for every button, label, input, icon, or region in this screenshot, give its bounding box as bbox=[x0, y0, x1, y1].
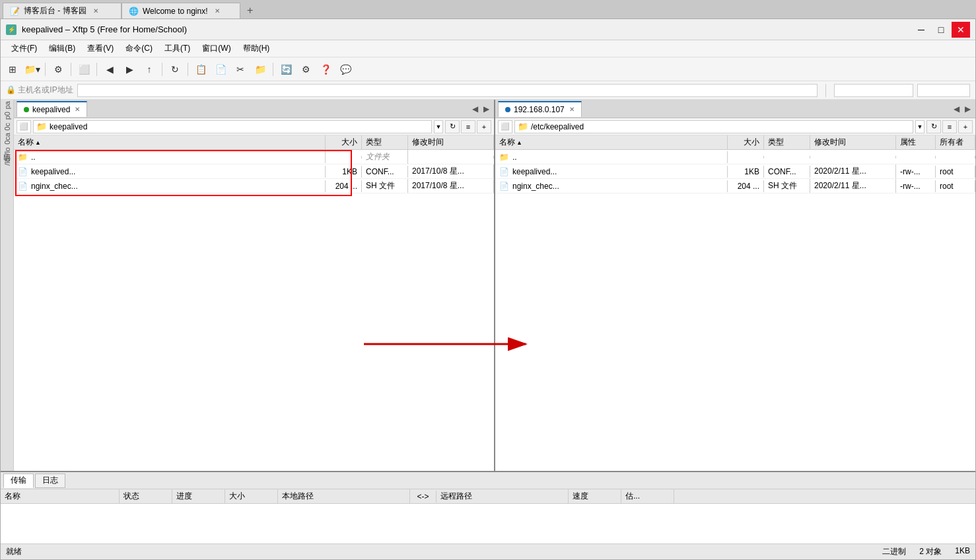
toolbar-help[interactable]: ❓ bbox=[316, 60, 335, 79]
toolbar-newfolder[interactable]: 📁 bbox=[251, 60, 269, 79]
left-col-size-header[interactable]: 大小 bbox=[326, 135, 362, 149]
toolbar-back[interactable]: ◀ bbox=[100, 60, 119, 79]
left-panel-nav-left[interactable]: ◀ bbox=[470, 104, 480, 114]
app-icon: ⚡ bbox=[6, 24, 17, 35]
toolbar-config[interactable]: ⚙ bbox=[296, 60, 315, 79]
address-input[interactable] bbox=[77, 84, 818, 97]
new-tab-button[interactable]: + bbox=[240, 3, 260, 18]
browser-tab-nginx[interactable]: 🌐 Welcome to nginx! ✕ bbox=[122, 3, 240, 18]
right-panel-tab[interactable]: 192.168.0.107 ✕ bbox=[498, 101, 582, 117]
left-path-input-field[interactable] bbox=[50, 122, 429, 131]
left-file-row-nginx[interactable]: 📄 nginx_chec... 204 ... SH 文件 2017/10/8 … bbox=[14, 179, 494, 193]
toolbar-settings[interactable]: ⚙ bbox=[49, 60, 67, 79]
left-panel: keepalived ✕ ◀ ▶ ⬜ 📁 ▼ bbox=[14, 100, 495, 471]
transfer-tab-transfer[interactable]: 传输 bbox=[3, 473, 34, 488]
password-field[interactable] bbox=[917, 84, 970, 97]
minimize-button[interactable]: ─ bbox=[912, 22, 930, 38]
right-col-modified-header[interactable]: 修改时间 bbox=[810, 135, 896, 149]
transfer-tabs: 传输 日志 bbox=[1, 472, 975, 489]
right-col-owner-header[interactable]: 所有者 bbox=[936, 135, 975, 149]
right-path-newfile[interactable]: + bbox=[958, 120, 973, 133]
left-path-dropdown[interactable]: ▼ bbox=[434, 120, 443, 133]
toolbar-new-session[interactable]: ⊞ bbox=[3, 60, 22, 79]
right-file-row-nginx[interactable]: 📄 nginx_chec... 204 ... SH 文件 2020/2/11 … bbox=[495, 179, 975, 193]
right-col-attr-header[interactable]: 属性 bbox=[896, 135, 936, 149]
menu-help[interactable]: 帮助(H) bbox=[238, 42, 275, 55]
sidebar-item-pa[interactable]: pa bbox=[1, 100, 14, 110]
right-panel-path-square[interactable]: ⬜ bbox=[498, 120, 512, 133]
sidebar-item-lo2[interactable]: /lo bbox=[1, 157, 14, 167]
left-nginx-icon: 📄 bbox=[18, 182, 28, 191]
toolbar-comment[interactable]: 💬 bbox=[336, 60, 355, 79]
total-size: 1KB bbox=[955, 546, 970, 557]
left-panel-path-square[interactable]: ⬜ bbox=[17, 120, 31, 133]
toolbar-forward[interactable]: ▶ bbox=[120, 60, 139, 79]
left-panel-nav-right[interactable]: ▶ bbox=[481, 104, 491, 114]
right-panel-tab-dot bbox=[505, 107, 510, 112]
left-panel-tab-close[interactable]: ✕ bbox=[75, 106, 80, 113]
close-button[interactable]: ✕ bbox=[952, 22, 970, 38]
nginx-tab-label: Welcome to nginx! bbox=[143, 7, 208, 16]
left-panel-tab-dot bbox=[24, 107, 29, 112]
left-col-type-header[interactable]: 类型 bbox=[362, 135, 408, 149]
right-col-type-header[interactable]: 类型 bbox=[764, 135, 810, 149]
bottom-area: 传输 日志 名称 状态 进度 大小 本地路径 <-> 远程路径 速度 估... bbox=[1, 471, 975, 543]
right-panel-nav-left[interactable]: ◀ bbox=[952, 104, 961, 114]
right-col-name-header[interactable]: 名称 ▲ bbox=[495, 135, 728, 149]
left-path-refresh[interactable]: ↻ bbox=[445, 120, 460, 133]
sidebar-item-lo1[interactable]: /lo bbox=[1, 146, 14, 157]
menu-view[interactable]: 查看(V) bbox=[82, 42, 119, 55]
address-sep bbox=[825, 84, 826, 97]
right-path-refresh[interactable]: ↻ bbox=[926, 120, 941, 133]
menu-file[interactable]: 文件(F) bbox=[6, 42, 42, 55]
sidebar-item-action[interactable]: 运动 bbox=[1, 166, 14, 169]
right-path-action-btns: ↻ ≡ + bbox=[926, 120, 973, 133]
transfer-tab-log[interactable]: 日志 bbox=[35, 473, 65, 488]
nginx-tab-close[interactable]: ✕ bbox=[215, 7, 220, 15]
sidebar-item-p0[interactable]: p0 bbox=[1, 110, 14, 121]
menu-command[interactable]: 命令(C) bbox=[120, 42, 158, 55]
right-col-size-header[interactable]: 大小 bbox=[728, 135, 764, 149]
left-col-modified-header[interactable]: 修改时间 bbox=[408, 135, 494, 149]
browser-tab-blog[interactable]: 📝 博客后台 - 博客园 ✕ bbox=[3, 3, 122, 18]
left-file-list: 名称 ▲ 大小 类型 修改时间 bbox=[14, 135, 494, 471]
toolbar: ⊞ 📁▾ ⚙ ⬜ ◀ ▶ ↑ ↻ 📋 📄 ✂ 📁 🔄 ⚙ ❓ 💬 bbox=[1, 57, 975, 81]
left-keepalived-icon: 📄 bbox=[18, 167, 28, 176]
address-bar: 🔒 主机名或IP地址 bbox=[1, 81, 975, 100]
toolbar-open[interactable]: 📁▾ bbox=[23, 60, 42, 79]
right-file-row-parent[interactable]: 📁 .. bbox=[495, 150, 975, 164]
sidebar-item-0c[interactable]: 0c bbox=[1, 122, 14, 132]
right-nginx-icon: 📄 bbox=[499, 182, 509, 191]
right-panel-nav-right[interactable]: ▶ bbox=[963, 104, 973, 114]
toolbar-transfer[interactable]: 🔄 bbox=[277, 60, 295, 79]
left-file-list-header: 名称 ▲ 大小 类型 修改时间 bbox=[14, 135, 494, 150]
toolbar-up[interactable]: ↑ bbox=[140, 60, 158, 79]
menu-edit[interactable]: 编辑(B) bbox=[44, 42, 81, 55]
maximize-button[interactable]: □ bbox=[932, 22, 950, 38]
toolbar-paste[interactable]: 📄 bbox=[211, 60, 230, 79]
toolbar-refresh[interactable]: ↻ bbox=[166, 60, 184, 79]
toolbar-copy[interactable]: 📋 bbox=[192, 60, 210, 79]
left-panel-tab[interactable]: keepalived ✕ bbox=[17, 101, 87, 117]
left-path-newfile[interactable]: + bbox=[477, 120, 491, 133]
left-path-folder-icon: 📁 bbox=[36, 122, 47, 131]
blog-tab-close[interactable]: ✕ bbox=[93, 7, 98, 15]
right-path-filter[interactable]: ≡ bbox=[942, 120, 957, 133]
username-field[interactable] bbox=[834, 84, 913, 97]
menu-window[interactable]: 窗口(W) bbox=[197, 42, 236, 55]
left-panel-tab-bar: keepalived ✕ ◀ ▶ bbox=[14, 100, 494, 118]
toolbar-view[interactable]: ⬜ bbox=[75, 60, 93, 79]
left-file-row-parent[interactable]: 📁 .. 文件夹 bbox=[14, 150, 494, 164]
right-path-input-field[interactable] bbox=[531, 122, 910, 131]
toolbar-cut[interactable]: ✂ bbox=[231, 60, 250, 79]
right-panel-tab-close[interactable]: ✕ bbox=[569, 106, 575, 113]
sidebar-item-0ca[interactable]: 0ca bbox=[1, 131, 14, 146]
menu-tools[interactable]: 工具(T) bbox=[159, 42, 195, 55]
left-path-filter[interactable]: ≡ bbox=[461, 120, 475, 133]
right-file-row-keepalived[interactable]: 📄 keepalived... 1KB CONF... 2020/2/11 星.… bbox=[495, 164, 975, 179]
right-path-dropdown[interactable]: ▼ bbox=[915, 120, 924, 133]
transfer-col-progress: 进度 bbox=[172, 489, 225, 503]
left-file-row-keepalived[interactable]: 📄 keepalived... 1KB CONF... 2017/10/8 星.… bbox=[14, 164, 494, 179]
main-content: pa p0 0c 0ca /lo /lo 运动 keepalived ✕ bbox=[1, 100, 975, 471]
left-col-name-header[interactable]: 名称 ▲ bbox=[14, 135, 326, 149]
